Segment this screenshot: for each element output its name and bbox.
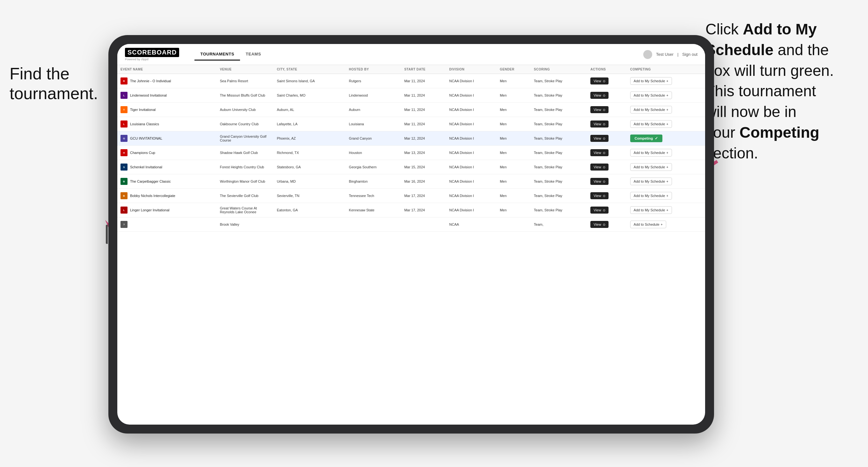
hosted-by-cell (346, 217, 401, 232)
scoring-cell: Team, Stroke Play (531, 189, 588, 203)
view-button[interactable]: View ⊙ (590, 77, 609, 85)
col-event-name: EVENT NAME (117, 65, 217, 74)
table-row: L Lindenwood Invitational The Missouri B… (117, 88, 705, 103)
view-icon: ⊙ (603, 108, 605, 112)
add-schedule-button[interactable]: Add to My Schedule + (630, 192, 672, 199)
event-name-text: Louisiana Classics (130, 122, 159, 126)
view-button[interactable]: View ⊙ (590, 192, 609, 199)
tab-tournaments[interactable]: TOURNAMENTS (194, 49, 240, 61)
actions-cell: View ⊙ (587, 88, 627, 103)
col-venue: VENUE (217, 65, 274, 74)
event-name-text: The Carpetbagger Classic (130, 180, 171, 183)
plus-icon: + (666, 165, 668, 169)
plus-icon: + (666, 122, 668, 126)
event-name-cell: G GCU INVITATIONAL (117, 131, 217, 146)
division-cell: NCAA Division I (446, 74, 497, 88)
team-logo: G (121, 135, 127, 142)
city-state-cell: Phoenix, AZ (274, 131, 345, 146)
actions-cell: View ⊙ (587, 203, 627, 217)
table-row: L Louisiana Classics Oakbourne Country C… (117, 117, 705, 131)
tablet-screen: SCOREBOARD Powered by clippd TOURNAMENTS… (117, 44, 705, 425)
table-container: EVENT NAME VENUE CITY, STATE HOSTED BY S… (117, 65, 705, 425)
competing-cell: Add to My Schedule + (627, 88, 705, 103)
nav-bar: SCOREBOARD Powered by clippd TOURNAMENTS… (117, 44, 705, 65)
city-state-cell: Saint Simons Island, GA (274, 74, 345, 88)
gender-cell: Men (497, 146, 531, 160)
plus-icon: + (666, 180, 668, 183)
add-schedule-button[interactable]: Add to My Schedule + (630, 149, 672, 157)
division-cell: NCAA Division I (446, 88, 497, 103)
add-schedule-button[interactable]: Add to My Schedule + (630, 106, 672, 114)
venue-cell: Brook Valley (217, 217, 274, 232)
competing-cell: Add to My Schedule + (627, 203, 705, 217)
table-header-row: EVENT NAME VENUE CITY, STATE HOSTED BY S… (117, 65, 705, 74)
view-button[interactable]: View ⊙ (590, 178, 609, 185)
city-state-cell: Urbana, MD (274, 175, 345, 189)
view-button[interactable]: View ⊙ (590, 149, 609, 156)
start-date-cell: Mar 11, 2024 (401, 103, 446, 117)
competing-cell: Add to My Schedule + (627, 117, 705, 131)
city-state-cell: Lafayette, LA (274, 117, 345, 131)
view-icon: ⊙ (603, 151, 605, 155)
view-button[interactable]: View ⊙ (590, 92, 609, 99)
add-schedule-button[interactable]: Add to My Schedule + (630, 92, 672, 99)
view-button[interactable]: View ⊙ (590, 163, 609, 170)
nav-right: Test User | Sign out (643, 50, 698, 59)
venue-cell: Forest Heights Country Club (217, 160, 274, 175)
add-schedule-button[interactable]: Add to My Schedule + (630, 120, 672, 128)
sign-out-link[interactable]: Sign out (682, 52, 698, 57)
competing-cell: Add to My Schedule + (627, 103, 705, 117)
hosted-by-cell: Binghamton (346, 175, 401, 189)
view-button[interactable]: View ⊙ (590, 221, 609, 228)
plus-icon: + (666, 194, 668, 198)
add-schedule-button[interactable]: Add to My Schedule + (630, 178, 672, 185)
division-cell: NCAA Division I (446, 146, 497, 160)
start-date-cell: Mar 15, 2024 (401, 160, 446, 175)
start-date-cell: Mar 13, 2024 (401, 146, 446, 160)
col-division: DIVISION (446, 65, 497, 74)
side-button[interactable] (106, 225, 108, 244)
view-button[interactable]: View ⊙ (590, 121, 609, 127)
event-name-text: Lindenwood Invitational (130, 93, 167, 97)
scoring-cell: Team, Stroke Play (531, 131, 588, 146)
logo-text: SCOREBOARD (125, 48, 179, 57)
gender-cell: Men (497, 131, 531, 146)
gender-cell: Men (497, 160, 531, 175)
tab-teams[interactable]: TEAMS (240, 49, 267, 61)
event-name-text: Schenkel Invitational (130, 165, 162, 169)
hosted-by-cell: Lindenwood (346, 88, 401, 103)
actions-cell: View ⊙ (587, 131, 627, 146)
hosted-by-cell: Tennessee Tech (346, 189, 401, 203)
add-schedule-button[interactable]: Add to My Schedule + (630, 206, 672, 214)
competing-cell: Add to My Schedule + (627, 160, 705, 175)
add-schedule-button[interactable]: Add to My Schedule + (630, 163, 672, 171)
plus-icon: + (666, 208, 668, 212)
actions-cell: View ⊙ (587, 146, 627, 160)
venue-cell: Shadow Hawk Golf Club (217, 146, 274, 160)
add-schedule-button[interactable]: Add to My Schedule + (630, 77, 672, 85)
hosted-by-cell: Georgia Southern (346, 160, 401, 175)
event-name-text: Champions Cup (130, 151, 155, 155)
venue-cell: Oakbourne Country Club (217, 117, 274, 131)
view-button[interactable]: View ⊙ (590, 106, 609, 113)
team-logo: ? (121, 221, 127, 228)
venue-cell: Sea Palms Resort (217, 74, 274, 88)
hosted-by-cell: Kennesaw State (346, 203, 401, 217)
city-state-cell (274, 217, 345, 232)
view-button[interactable]: View ⊙ (590, 135, 609, 142)
division-cell: NCAA Division I (446, 189, 497, 203)
view-button[interactable]: View ⊙ (590, 207, 609, 214)
actions-cell: View ⊙ (587, 175, 627, 189)
col-city-state: CITY, STATE (274, 65, 345, 74)
event-name-text: Linger Longer Invitational (130, 208, 169, 212)
competing-button[interactable]: Competing ✓ (630, 134, 662, 142)
event-name-cell: B The Carpetbagger Classic (117, 175, 217, 189)
table-row: R The Johnnie - O Individual Sea Palms R… (117, 74, 705, 88)
scoring-cell: Team, Stroke Play (531, 117, 588, 131)
add-schedule-button[interactable]: Add to Schedule + (630, 221, 666, 228)
city-state-cell: Statesboro, GA (274, 160, 345, 175)
tournaments-table: EVENT NAME VENUE CITY, STATE HOSTED BY S… (117, 65, 705, 232)
gender-cell: Men (497, 74, 531, 88)
table-row: T Tiger Invitational Auburn University C… (117, 103, 705, 117)
plus-icon: + (666, 108, 668, 112)
